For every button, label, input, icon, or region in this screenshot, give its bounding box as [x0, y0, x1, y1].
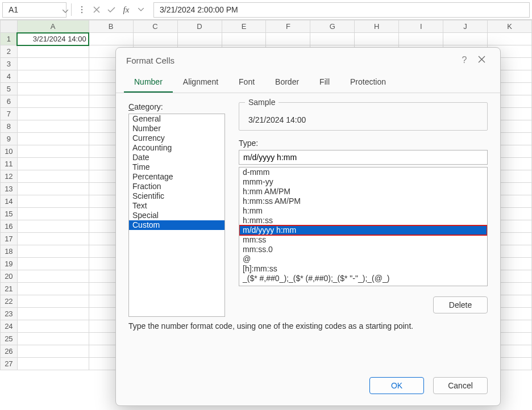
category-list[interactable]: GeneralNumberCurrencyAccountingDateTimeP…: [128, 114, 225, 317]
help-icon[interactable]: ?: [456, 55, 473, 65]
confirm-icon[interactable]: [106, 4, 117, 15]
row-header[interactable]: 9: [1, 133, 18, 145]
row-header[interactable]: 26: [1, 345, 18, 358]
cell[interactable]: [222, 33, 266, 45]
type-list[interactable]: d-mmmmmm-yyh:mm AM/PMh:mm:ss AM/PMh:mmh:…: [239, 167, 488, 286]
row-header[interactable]: 25: [1, 333, 18, 345]
type-item[interactable]: mm:ss.0: [239, 245, 487, 254]
cell[interactable]: [17, 308, 89, 320]
category-item[interactable]: Date: [129, 153, 225, 162]
row-header[interactable]: 3: [1, 58, 18, 70]
row-header[interactable]: 4: [1, 70, 18, 83]
formula-input[interactable]: 3/21/2024 2:00:00 PM: [153, 2, 530, 18]
category-item[interactable]: Custom: [129, 220, 225, 230]
row-header[interactable]: 11: [1, 158, 18, 170]
category-item[interactable]: Percentage: [129, 172, 225, 182]
row-header[interactable]: 22: [1, 295, 18, 308]
cell[interactable]: [17, 358, 89, 370]
category-item[interactable]: Fraction: [129, 182, 225, 191]
type-item[interactable]: h:mm:ss: [239, 216, 487, 225]
cell[interactable]: [17, 183, 89, 195]
cancel-icon[interactable]: [91, 4, 102, 15]
category-item[interactable]: General: [129, 114, 225, 124]
type-item[interactable]: m/d/yyyy h:mm: [239, 225, 487, 235]
category-item[interactable]: Currency: [129, 133, 225, 143]
row-header[interactable]: 13: [1, 183, 18, 195]
cell[interactable]: [17, 245, 89, 258]
row-header[interactable]: 17: [1, 233, 18, 245]
row-header[interactable]: 20: [1, 270, 18, 283]
cell[interactable]: [17, 170, 89, 183]
row-header[interactable]: 2: [1, 45, 18, 58]
cell[interactable]: [17, 83, 89, 95]
type-item[interactable]: mm:ss: [239, 235, 487, 245]
column-header[interactable]: D: [177, 20, 222, 33]
cell[interactable]: [355, 33, 399, 45]
row-header[interactable]: 16: [1, 220, 18, 233]
row-header[interactable]: 10: [1, 145, 18, 158]
cell[interactable]: [17, 108, 89, 120]
column-header[interactable]: F: [266, 20, 310, 33]
column-header[interactable]: A: [17, 20, 89, 33]
row-header[interactable]: 8: [1, 120, 18, 133]
cell[interactable]: [17, 270, 89, 283]
close-icon[interactable]: [473, 56, 490, 65]
cell[interactable]: [17, 195, 89, 208]
type-item[interactable]: @: [239, 254, 487, 264]
type-item[interactable]: h:mm AM/PM: [239, 187, 487, 196]
column-header[interactable]: B: [89, 20, 133, 33]
column-header[interactable]: H: [355, 20, 399, 33]
cell[interactable]: [17, 58, 89, 70]
row-header[interactable]: 12: [1, 170, 18, 183]
cell[interactable]: [17, 320, 89, 333]
type-item[interactable]: mmm-yy: [239, 177, 487, 187]
column-header[interactable]: C: [133, 20, 177, 33]
cell[interactable]: [17, 158, 89, 170]
cell[interactable]: [17, 45, 89, 58]
chevron-down-icon[interactable]: [135, 4, 147, 15]
dots-icon[interactable]: [76, 4, 88, 15]
cancel-button[interactable]: Cancel: [433, 377, 488, 394]
cell[interactable]: [17, 70, 89, 83]
cell[interactable]: [17, 133, 89, 145]
cell[interactable]: [443, 33, 488, 45]
cell[interactable]: [17, 283, 89, 295]
tab-fill[interactable]: Fill: [309, 73, 340, 93]
type-item[interactable]: _($* #,##0_);_($* (#,##0);_($* "-"_);_(@…: [239, 274, 487, 283]
column-header[interactable]: J: [443, 20, 488, 33]
row-header[interactable]: 21: [1, 283, 18, 295]
row-header[interactable]: 7: [1, 108, 18, 120]
row-header[interactable]: 1: [1, 33, 18, 45]
cell[interactable]: [488, 33, 532, 45]
column-header[interactable]: G: [310, 20, 355, 33]
category-item[interactable]: Scientific: [129, 191, 225, 201]
name-box[interactable]: A1: [2, 2, 66, 18]
row-header[interactable]: 24: [1, 320, 18, 333]
cell[interactable]: [17, 345, 89, 358]
cell[interactable]: [17, 120, 89, 133]
row-header[interactable]: 6: [1, 95, 18, 108]
tab-number[interactable]: Number: [124, 73, 173, 93]
fx-icon[interactable]: fx: [120, 4, 132, 15]
select-all-corner[interactable]: [1, 20, 18, 33]
tab-font[interactable]: Font: [228, 73, 265, 93]
row-header[interactable]: 19: [1, 258, 18, 270]
cell[interactable]: [17, 258, 89, 270]
category-item[interactable]: Number: [129, 124, 225, 133]
cell[interactable]: 3/21/2024 14:00: [17, 33, 89, 45]
cell[interactable]: [17, 145, 89, 158]
tab-protection[interactable]: Protection: [340, 73, 396, 93]
cell[interactable]: [89, 33, 133, 45]
row-header[interactable]: 5: [1, 83, 18, 95]
delete-button[interactable]: Delete: [433, 296, 488, 313]
cell[interactable]: [17, 233, 89, 245]
tab-alignment[interactable]: Alignment: [173, 73, 228, 93]
row-header[interactable]: 15: [1, 208, 18, 220]
cell[interactable]: [17, 295, 89, 308]
category-item[interactable]: Time: [129, 162, 225, 172]
category-item[interactable]: Accounting: [129, 143, 225, 153]
column-header[interactable]: I: [399, 20, 443, 33]
column-header[interactable]: K: [488, 20, 532, 33]
category-item[interactable]: Special: [129, 211, 225, 220]
cell[interactable]: [17, 333, 89, 345]
